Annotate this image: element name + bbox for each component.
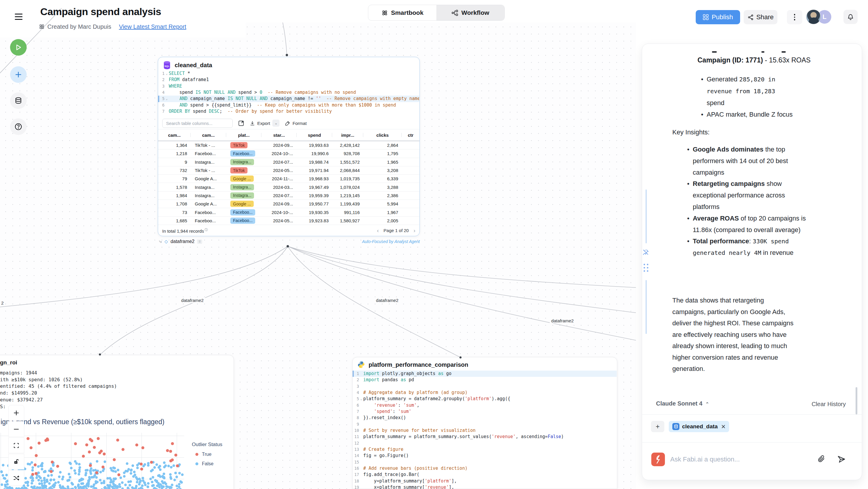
data-table[interactable]: cam...cam...plat...star...spendimpr...cl… [158, 129, 420, 225]
code-line[interactable]: 4 spend IS NOT NULL AND spend > 0 -- Rem… [158, 89, 419, 96]
search-input[interactable] [162, 119, 233, 128]
column-header[interactable]: ctr [402, 129, 420, 141]
prev-page-icon[interactable]: ‹ [377, 227, 379, 234]
add-node-button[interactable] [10, 66, 27, 83]
code-line[interactable]: 3WHERE [158, 83, 419, 89]
view-latest-smart-report-link[interactable]: View Latest Smart Report [119, 23, 187, 30]
notifications-bell-icon[interactable] [843, 10, 858, 24]
menu-icon[interactable] [15, 13, 23, 20]
table-cell: 19,950.77 [297, 200, 332, 208]
drag-grip-icon[interactable]: ⠿ [197, 240, 202, 244]
code-line[interactable]: 14fig = go.Figure() [352, 453, 617, 459]
panel-divider-line[interactable] [646, 280, 647, 334]
more-options-icon[interactable] [787, 10, 802, 24]
code-line[interactable]: 15 [352, 459, 617, 465]
code-line[interactable]: 9 [352, 421, 617, 427]
expand-table-icon[interactable] [238, 120, 244, 126]
attach-file-icon[interactable] [817, 455, 825, 463]
sql-node-icon: SQL [163, 61, 171, 69]
code-line[interactable]: 7ORDER BY spend DESC; -- Order by spend … [158, 108, 419, 115]
publish-button[interactable]: Publish [696, 10, 740, 24]
zoom-in-icon[interactable] [8, 405, 24, 421]
tab-workflow[interactable]: Workflow [436, 5, 504, 21]
zoom-out-icon[interactable] [8, 421, 24, 437]
sql-editor[interactable]: 1⌄SELECT *2FROM dataframe13WHERE4 spend … [158, 70, 419, 117]
code-line[interactable]: 6 'revenue': 'sum', [352, 402, 617, 408]
shuffle-layout-icon[interactable] [8, 470, 24, 486]
table-row[interactable]: 79Google A...Google ...2024-11-...19,968… [158, 175, 420, 183]
code-line[interactable]: 5⌄ AND campaign_name IS NOT NULL AND cam… [158, 96, 419, 102]
output-dataframe-chip[interactable]: ⤷ ◇ dataframe2 ⠿ [159, 239, 202, 245]
chart-legend[interactable]: Outlier Status True False [192, 441, 222, 471]
column-header[interactable]: plat... [226, 129, 261, 141]
panel-drag-handle[interactable] [644, 264, 648, 272]
avatar[interactable] [806, 9, 821, 24]
context-chip-cleaned-data[interactable]: cleaned_data ✕ [669, 421, 729, 432]
unpin-panel-icon[interactable] [642, 249, 649, 256]
python-editor[interactable]: 1import plotly.graph_objects as go2impor… [352, 371, 617, 489]
panel-divider-line[interactable] [646, 189, 647, 243]
table-row[interactable]: 732TikTok - ...TikTok2024-05...19,971.94… [158, 166, 420, 175]
code-line[interactable]: 13# Create figure [352, 447, 617, 453]
column-header[interactable]: impr... [332, 129, 363, 141]
platform-pill: TikTok [230, 167, 247, 174]
table-row[interactable]: 1,578Instagra...Instagra...2024-03...19,… [158, 183, 420, 191]
code-line[interactable]: 1⌄SELECT * [158, 70, 419, 77]
node-anchor-dot [286, 54, 288, 56]
clear-history-button[interactable]: Clear History [811, 401, 846, 407]
table-row[interactable]: 1,984Instagra...Instagra...2024-07...19,… [158, 191, 420, 200]
share-button[interactable]: Share [744, 10, 777, 24]
send-message-icon[interactable] [837, 455, 846, 463]
scatter-points [0, 433, 184, 489]
add-context-button[interactable]: + [651, 421, 664, 432]
table-row[interactable]: 1,685Faceboo...Faceboo...2024-05...19,92… [158, 217, 420, 225]
table-cell: 1,019,735 [332, 175, 363, 183]
tab-smartbook[interactable]: Smartbook [368, 5, 436, 21]
fit-view-icon[interactable] [8, 437, 24, 453]
code-line[interactable]: 19 x=platform_summary['revenue'], [352, 484, 617, 489]
model-selector[interactable]: Claude Sonnet 4⌃ [656, 400, 709, 407]
code-line[interactable]: 3 [352, 383, 617, 390]
format-button[interactable]: Format [285, 120, 307, 126]
export-options-chevron-icon[interactable]: ⌄ [272, 120, 279, 127]
export-button[interactable]: Export [250, 120, 270, 126]
column-header[interactable]: cam... [191, 129, 226, 141]
code-line[interactable]: 7 'spend': 'sum' [352, 408, 617, 415]
table-row[interactable]: 1,218Faceboo...Faceboo...2024-10-...19,9… [158, 150, 420, 158]
column-header[interactable]: cam... [158, 129, 191, 141]
code-line[interactable]: 10# Sort by revenue for better visualiza… [352, 427, 617, 434]
next-page-icon[interactable]: › [413, 227, 415, 234]
table-row[interactable]: 73Faceboo...Faceboo...2024-10-...19,930.… [158, 208, 420, 216]
column-header[interactable]: spend [297, 129, 332, 141]
code-line[interactable]: 2FROM dataframe1 [158, 77, 419, 83]
column-header[interactable]: clicks [363, 129, 402, 141]
table-cell: 2024-09... [261, 141, 297, 149]
table-cell: 3,208 [363, 166, 402, 174]
code-line[interactable]: 2import pandas as pd [352, 377, 617, 383]
chat-scrollbar[interactable] [856, 387, 857, 415]
help-button[interactable] [10, 118, 27, 135]
code-line[interactable]: 8}).reset_index() [352, 415, 617, 421]
table-row[interactable]: 1,364TikTok - ...TikTok2024-09...19,993.… [158, 141, 420, 150]
code-line[interactable]: 17fig.add_trace(go.Bar( [352, 471, 617, 478]
table-row[interactable]: 9Instagra...Instagra...2024-07...19,988.… [158, 158, 420, 166]
code-line[interactable]: 5⌄platform_summary = dataframe2.groupby(… [352, 396, 617, 402]
code-line[interactable]: 12 [352, 440, 617, 447]
code-line[interactable]: 6 AND spend > {{spend_limit}} -- Keep on… [158, 102, 419, 108]
code-line[interactable]: 16# Add revenue bars (positive direction… [352, 465, 617, 471]
platform-pill: Faceboo... [230, 218, 255, 224]
data-sources-button[interactable] [10, 92, 27, 109]
lock-icon[interactable] [8, 454, 24, 469]
table-cell: Instagra... [226, 191, 261, 200]
table-row[interactable]: 1,708Google A...Google ...2024-09...19,9… [158, 200, 420, 208]
column-header[interactable]: star... [261, 129, 297, 141]
code-line[interactable]: 1import plotly.graph_objects as go [352, 371, 617, 377]
code-line[interactable]: 18 y=platform_summary['platform'], [352, 478, 617, 484]
table-cell: 2,386 [363, 191, 402, 200]
remove-context-icon[interactable]: ✕ [721, 423, 725, 430]
info-icon[interactable]: ⓘ [205, 228, 208, 232]
run-workflow-button[interactable] [10, 39, 27, 56]
code-line[interactable]: 11platform_summary = platform_summary.so… [352, 434, 617, 440]
code-line[interactable]: 4# Aggregate data by platform (ad group) [352, 390, 617, 396]
chat-input[interactable] [670, 454, 812, 465]
